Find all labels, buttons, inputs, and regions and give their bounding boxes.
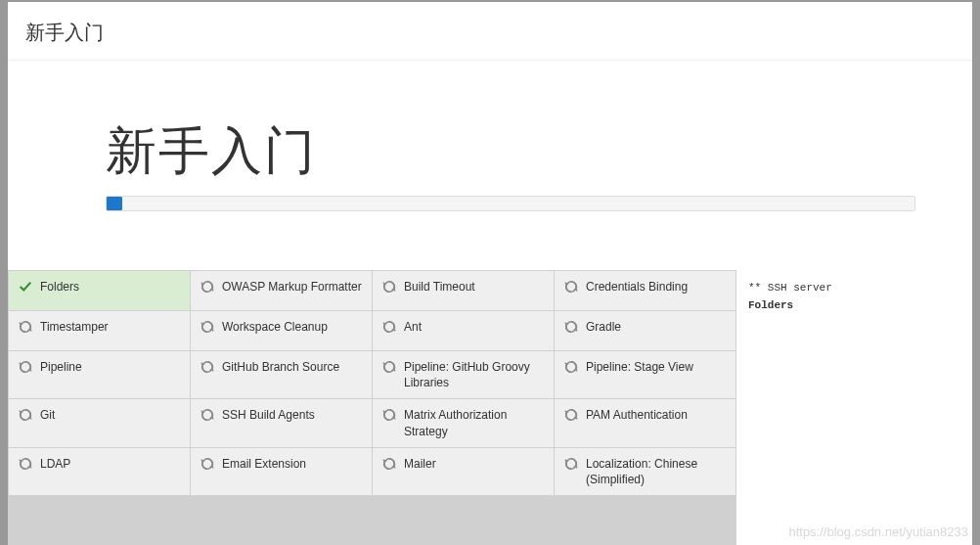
loading-icon [200,407,214,426]
plugin-label: Gradle [586,319,621,335]
plugin-cell: Timestamper [9,311,190,350]
plugin-label: Git [40,407,55,423]
install-log: ** SSH server Folders [736,270,972,545]
hero-section: 新手入门 [8,61,972,270]
plugin-cell: Mailer [373,448,554,495]
plugin-label: Ant [404,319,422,335]
plugin-cell: Ant [373,311,554,350]
hero-title: 新手入门 [106,117,972,186]
loading-icon [382,359,396,378]
loading-icon [19,319,32,338]
plugin-cell: Email Extension [191,448,372,495]
plugin-label: Build Timeout [404,279,475,295]
plugin-cell: SSH Build Agents [191,399,372,446]
loading-icon [382,456,396,475]
loading-icon [564,319,578,338]
plugin-label: OWASP Markup Formatter [222,279,362,295]
plugin-cell: LDAP [9,448,190,495]
plugin-label: LDAP [40,456,70,472]
loading-icon [382,407,396,426]
plugin-cell: Folders [9,271,190,310]
plugin-label: Credentials Binding [586,279,688,295]
plugin-label: Pipeline: GitHub Groovy Libraries [404,359,544,390]
loading-icon [200,456,214,475]
loading-icon [200,319,214,338]
plugin-label: Workspace Cleanup [222,319,328,335]
loading-icon [200,359,214,378]
progress-fill [107,197,122,210]
plugin-label: PAM Authentication [586,407,688,423]
plugin-cell: Gradle [555,311,735,350]
plugin-cell: Build Timeout [373,271,554,310]
loading-icon [382,279,396,297]
plugin-cell: Localization: Chinese (Simplified) [555,448,735,495]
window-title: 新手入门 [8,2,972,61]
loading-icon [200,279,214,297]
plugin-cell: Credentials Binding [555,271,735,310]
plugin-label: Folders [40,279,79,295]
setup-wizard-window: 新手入门 新手入门 FoldersOWASP Markup FormatterB… [8,2,972,545]
check-icon [19,279,32,297]
progress-bar [106,196,915,211]
loading-icon [19,456,32,475]
loading-icon [19,407,32,426]
plugin-cell: Pipeline: Stage View [555,351,735,398]
plugin-cell: PAM Authentication [555,399,735,446]
plugin-grid: FoldersOWASP Markup FormatterBuild Timeo… [8,270,736,545]
content-area: 新手入门 FoldersOWASP Markup FormatterBuild … [8,61,972,545]
loading-icon [564,407,578,426]
loading-icon [564,359,578,378]
loading-icon [564,456,578,475]
plugin-label: Pipeline: Stage View [586,359,693,375]
log-line: ** SSH server [748,282,832,294]
plugin-label: Localization: Chinese (Simplified) [586,456,726,487]
grid-container: FoldersOWASP Markup FormatterBuild Timeo… [8,270,972,545]
loading-icon [564,279,578,297]
plugin-cell: Workspace Cleanup [191,311,372,350]
plugin-label: Pipeline [40,359,82,375]
plugin-label: SSH Build Agents [222,407,315,423]
plugin-cell: Pipeline [9,351,190,398]
loading-icon [19,359,32,378]
plugin-label: GitHub Branch Source [222,359,339,375]
plugin-label: Mailer [404,456,436,472]
plugin-cell: Matrix Authorization Strategy [373,399,554,446]
plugin-label: Timestamper [40,319,109,335]
plugin-cell: OWASP Markup Formatter [191,271,372,310]
plugin-cell: Git [9,399,190,446]
loading-icon [382,319,396,338]
plugin-label: Email Extension [222,456,306,472]
plugin-cell: Pipeline: GitHub Groovy Libraries [373,351,554,398]
plugin-cell: GitHub Branch Source [191,351,372,398]
log-line-bold: Folders [748,299,793,311]
plugin-label: Matrix Authorization Strategy [404,407,544,438]
